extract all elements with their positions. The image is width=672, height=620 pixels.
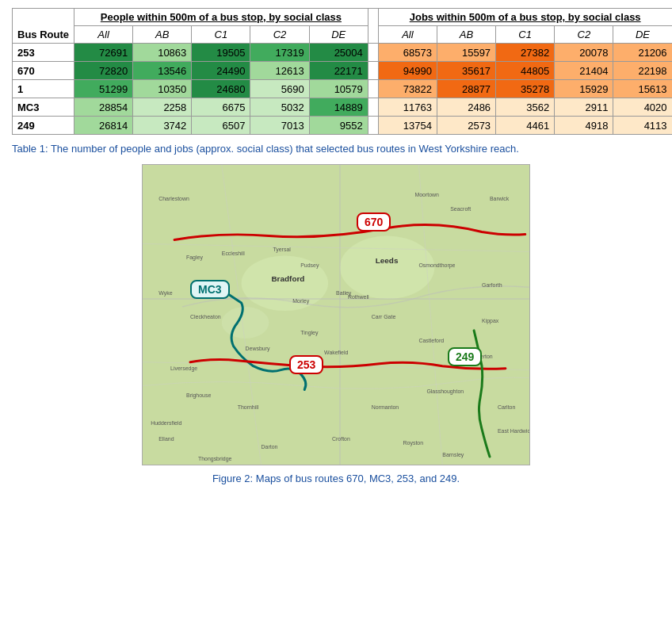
table-row: 670 72820 13546 24490 12613 22171 94990 … <box>13 62 673 80</box>
j-c1-cell: 4461 <box>496 117 555 135</box>
table-row: MC3 28854 2258 6675 5032 14889 11763 248… <box>13 98 673 117</box>
svg-text:Tingley: Tingley <box>300 330 319 336</box>
p-c2-cell: 5690 <box>250 80 309 98</box>
bus-route-header: Bus Route <box>13 9 74 44</box>
j-c2-cell: 4918 <box>555 117 613 135</box>
svg-text:Carlton: Carlton <box>498 404 516 410</box>
j-c2-cell: 15929 <box>555 80 613 98</box>
table-caption: Table 1: The number of people and jobs (… <box>12 143 660 155</box>
svg-text:Darton: Darton <box>262 444 278 450</box>
p-c1-cell: 19505 <box>192 44 250 62</box>
j-de-cell: 4113 <box>613 117 672 135</box>
table-row: 249 26814 3742 6507 7013 9552 13754 2573 <box>13 117 673 135</box>
j-c1-cell: 3562 <box>496 98 555 117</box>
p-all-header: All <box>74 26 133 44</box>
p-ab-header: AB <box>133 26 192 44</box>
route-cell: 1 <box>13 80 74 98</box>
p-de-cell: 10579 <box>309 80 368 98</box>
route-249-label: 249 <box>448 347 482 366</box>
svg-text:Leeds: Leeds <box>376 256 399 265</box>
p-c2-cell: 7013 <box>250 117 309 135</box>
svg-text:Liversedge: Liversedge <box>170 365 197 372</box>
j-de-cell: 15613 <box>613 80 672 98</box>
svg-text:Glasshoughton: Glasshoughton <box>426 388 464 395</box>
p-all-cell: 26814 <box>74 117 133 135</box>
svg-text:Pudsey: Pudsey <box>300 262 319 269</box>
p-c1-cell: 24490 <box>192 62 250 80</box>
main-table: Bus Route People within 500m of a bus st… <box>12 8 672 135</box>
j-de-header: DE <box>613 26 672 44</box>
svg-text:Carr Gate: Carr Gate <box>372 314 396 320</box>
p-ab-cell: 13546 <box>133 62 192 80</box>
j-ab-cell: 35617 <box>437 62 495 80</box>
p-de-header: DE <box>309 26 368 44</box>
svg-text:Barwick: Barwick <box>490 196 510 201</box>
p-c2-cell: 17319 <box>250 44 309 62</box>
j-all-cell: 11763 <box>378 98 437 117</box>
j-ab-cell: 2573 <box>437 117 495 135</box>
j-ab-header: AB <box>437 26 495 44</box>
svg-text:Seacroft: Seacroft <box>450 206 471 212</box>
table-row: 1 51299 10350 24680 5690 10579 73822 288… <box>13 80 673 98</box>
svg-text:Kippax: Kippax <box>482 318 499 324</box>
p-c1-header: C1 <box>192 26 250 44</box>
people-section-header: People within 500m of a bus stop, by soc… <box>74 9 368 26</box>
j-de-cell: 21206 <box>613 44 672 62</box>
j-ab-cell: 2486 <box>437 98 495 117</box>
table-row: 253 72691 10863 19505 17319 25004 68573 … <box>13 44 673 62</box>
p-de-cell: 9552 <box>309 117 368 135</box>
svg-text:Cleckheaton: Cleckheaton <box>190 314 221 320</box>
svg-point-3 <box>222 307 269 339</box>
route-253-label: 253 <box>289 355 323 374</box>
svg-text:Castleford: Castleford <box>418 338 444 343</box>
map-figure: Bradford Leeds Charlestown Moortown Seac… <box>142 164 530 465</box>
svg-text:Morley: Morley <box>292 298 309 304</box>
p-c2-cell: 12613 <box>250 62 309 80</box>
j-c2-header: C2 <box>555 26 613 44</box>
map-container: Bradford Leeds Charlestown Moortown Seac… <box>12 164 660 484</box>
p-ab-cell: 10350 <box>133 80 192 98</box>
svg-text:Bradford: Bradford <box>271 274 304 283</box>
j-all-header: All <box>378 26 437 44</box>
route-cell: MC3 <box>13 98 74 117</box>
svg-text:Garforth: Garforth <box>482 282 502 288</box>
p-all-cell: 28854 <box>74 98 133 117</box>
svg-text:Wyke: Wyke <box>158 290 172 297</box>
j-c1-header: C1 <box>496 26 555 44</box>
svg-text:Barnsley: Barnsley <box>442 452 464 458</box>
route-cell: 249 <box>13 117 74 135</box>
svg-text:Huddersfield: Huddersfield <box>151 420 181 426</box>
route-mc3-label: MC3 <box>190 280 230 299</box>
j-all-cell: 13754 <box>378 117 437 135</box>
p-de-cell: 22171 <box>309 62 368 80</box>
route-670-label: 670 <box>357 212 391 232</box>
p-ab-cell: 2258 <box>133 98 192 117</box>
figure-caption: Figure 2: Maps of bus routes 670, MC3, 2… <box>12 473 660 484</box>
svg-text:Eccleshill: Eccleshill <box>222 251 245 256</box>
j-c2-cell: 2911 <box>555 98 613 117</box>
svg-text:Osmondthorpe: Osmondthorpe <box>418 262 455 269</box>
svg-text:Fagley: Fagley <box>186 255 203 261</box>
p-all-cell: 72691 <box>74 44 133 62</box>
svg-text:Normanton: Normanton <box>372 404 399 410</box>
p-all-cell: 51299 <box>74 80 133 98</box>
j-de-cell: 22198 <box>613 62 672 80</box>
p-de-cell: 14889 <box>309 98 368 117</box>
j-c1-cell: 44805 <box>496 62 555 80</box>
p-c2-header: C2 <box>250 26 309 44</box>
j-c1-cell: 27382 <box>496 44 555 62</box>
route-cell: 253 <box>13 44 74 62</box>
svg-text:Crofton: Crofton <box>332 436 350 442</box>
j-all-cell: 94990 <box>378 62 437 80</box>
p-c2-cell: 5032 <box>250 98 309 117</box>
p-c1-cell: 6507 <box>192 117 250 135</box>
p-de-cell: 25004 <box>309 44 368 62</box>
svg-text:Tyersal: Tyersal <box>273 247 291 253</box>
p-c1-cell: 6675 <box>192 98 250 117</box>
j-all-cell: 73822 <box>378 80 437 98</box>
jobs-section-header: Jobs within 500m of a bus stop, by socia… <box>378 9 672 26</box>
j-c2-cell: 20078 <box>555 44 613 62</box>
j-all-cell: 68573 <box>378 44 437 62</box>
svg-text:Elland: Elland <box>158 436 174 442</box>
svg-text:Charlestown: Charlestown <box>158 196 189 201</box>
